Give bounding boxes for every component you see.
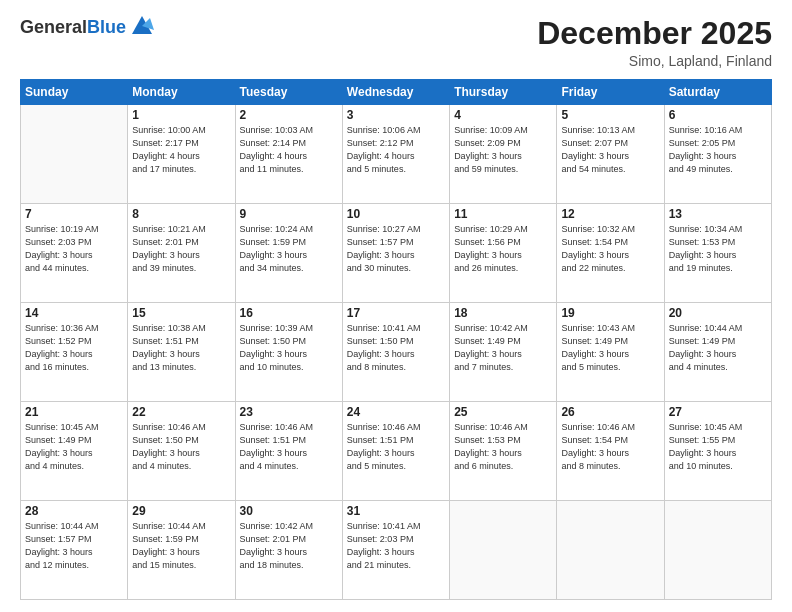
day-info: Sunrise: 10:46 AMSunset: 1:50 PMDaylight… [132, 421, 230, 473]
calendar-day-cell: 3Sunrise: 10:06 AMSunset: 2:12 PMDayligh… [342, 105, 449, 204]
calendar-day-cell: 24Sunrise: 10:46 AMSunset: 1:51 PMDaylig… [342, 402, 449, 501]
page: GeneralBlue December 2025 Simo, Lapland,… [0, 0, 792, 612]
day-info: Sunrise: 10:13 AMSunset: 2:07 PMDaylight… [561, 124, 659, 176]
day-info: Sunrise: 10:44 AMSunset: 1:57 PMDaylight… [25, 520, 123, 572]
calendar-day-cell: 15Sunrise: 10:38 AMSunset: 1:51 PMDaylig… [128, 303, 235, 402]
day-number: 26 [561, 405, 659, 419]
calendar-header-row: SundayMondayTuesdayWednesdayThursdayFrid… [21, 80, 772, 105]
calendar-day-cell: 12Sunrise: 10:32 AMSunset: 1:54 PMDaylig… [557, 204, 664, 303]
calendar-day-cell: 25Sunrise: 10:46 AMSunset: 1:53 PMDaylig… [450, 402, 557, 501]
day-number: 18 [454, 306, 552, 320]
calendar-day-cell: 9Sunrise: 10:24 AMSunset: 1:59 PMDayligh… [235, 204, 342, 303]
day-info: Sunrise: 10:09 AMSunset: 2:09 PMDaylight… [454, 124, 552, 176]
day-number: 15 [132, 306, 230, 320]
calendar-week-row: 28Sunrise: 10:44 AMSunset: 1:57 PMDaylig… [21, 501, 772, 600]
day-info: Sunrise: 10:39 AMSunset: 1:50 PMDaylight… [240, 322, 338, 374]
day-info: Sunrise: 10:42 AMSunset: 2:01 PMDaylight… [240, 520, 338, 572]
logo-icon [128, 12, 156, 40]
calendar-header-cell: Monday [128, 80, 235, 105]
calendar-week-row: 1Sunrise: 10:00 AMSunset: 2:17 PMDayligh… [21, 105, 772, 204]
day-number: 19 [561, 306, 659, 320]
calendar-day-cell: 31Sunrise: 10:41 AMSunset: 2:03 PMDaylig… [342, 501, 449, 600]
calendar-table: SundayMondayTuesdayWednesdayThursdayFrid… [20, 79, 772, 600]
day-number: 2 [240, 108, 338, 122]
calendar-day-cell: 5Sunrise: 10:13 AMSunset: 2:07 PMDayligh… [557, 105, 664, 204]
calendar-day-cell: 2Sunrise: 10:03 AMSunset: 2:14 PMDayligh… [235, 105, 342, 204]
calendar-week-row: 7Sunrise: 10:19 AMSunset: 2:03 PMDayligh… [21, 204, 772, 303]
calendar-day-cell: 28Sunrise: 10:44 AMSunset: 1:57 PMDaylig… [21, 501, 128, 600]
calendar-day-cell: 10Sunrise: 10:27 AMSunset: 1:57 PMDaylig… [342, 204, 449, 303]
day-number: 24 [347, 405, 445, 419]
location: Simo, Lapland, Finland [537, 53, 772, 69]
day-number: 29 [132, 504, 230, 518]
day-info: Sunrise: 10:41 AMSunset: 2:03 PMDaylight… [347, 520, 445, 572]
calendar-day-cell [557, 501, 664, 600]
day-info: Sunrise: 10:00 AMSunset: 2:17 PMDaylight… [132, 124, 230, 176]
day-number: 5 [561, 108, 659, 122]
calendar-header-cell: Wednesday [342, 80, 449, 105]
calendar-header-cell: Saturday [664, 80, 771, 105]
day-info: Sunrise: 10:36 AMSunset: 1:52 PMDaylight… [25, 322, 123, 374]
logo: GeneralBlue [20, 16, 156, 40]
day-number: 6 [669, 108, 767, 122]
day-info: Sunrise: 10:41 AMSunset: 1:50 PMDaylight… [347, 322, 445, 374]
calendar-day-cell: 22Sunrise: 10:46 AMSunset: 1:50 PMDaylig… [128, 402, 235, 501]
calendar-day-cell [21, 105, 128, 204]
calendar-week-row: 21Sunrise: 10:45 AMSunset: 1:49 PMDaylig… [21, 402, 772, 501]
calendar-day-cell: 21Sunrise: 10:45 AMSunset: 1:49 PMDaylig… [21, 402, 128, 501]
logo-general: GeneralBlue [20, 18, 126, 38]
day-info: Sunrise: 10:29 AMSunset: 1:56 PMDaylight… [454, 223, 552, 275]
calendar-day-cell: 8Sunrise: 10:21 AMSunset: 2:01 PMDayligh… [128, 204, 235, 303]
day-info: Sunrise: 10:21 AMSunset: 2:01 PMDaylight… [132, 223, 230, 275]
calendar-day-cell: 16Sunrise: 10:39 AMSunset: 1:50 PMDaylig… [235, 303, 342, 402]
day-number: 30 [240, 504, 338, 518]
day-number: 21 [25, 405, 123, 419]
calendar-day-cell: 13Sunrise: 10:34 AMSunset: 1:53 PMDaylig… [664, 204, 771, 303]
day-info: Sunrise: 10:32 AMSunset: 1:54 PMDaylight… [561, 223, 659, 275]
day-number: 31 [347, 504, 445, 518]
calendar-day-cell: 19Sunrise: 10:43 AMSunset: 1:49 PMDaylig… [557, 303, 664, 402]
day-number: 16 [240, 306, 338, 320]
calendar-day-cell: 27Sunrise: 10:45 AMSunset: 1:55 PMDaylig… [664, 402, 771, 501]
day-number: 10 [347, 207, 445, 221]
day-info: Sunrise: 10:43 AMSunset: 1:49 PMDaylight… [561, 322, 659, 374]
day-info: Sunrise: 10:16 AMSunset: 2:05 PMDaylight… [669, 124, 767, 176]
day-info: Sunrise: 10:03 AMSunset: 2:14 PMDaylight… [240, 124, 338, 176]
day-info: Sunrise: 10:45 AMSunset: 1:49 PMDaylight… [25, 421, 123, 473]
month-title: December 2025 [537, 16, 772, 51]
day-info: Sunrise: 10:24 AMSunset: 1:59 PMDaylight… [240, 223, 338, 275]
day-info: Sunrise: 10:27 AMSunset: 1:57 PMDaylight… [347, 223, 445, 275]
calendar-day-cell: 11Sunrise: 10:29 AMSunset: 1:56 PMDaylig… [450, 204, 557, 303]
day-info: Sunrise: 10:38 AMSunset: 1:51 PMDaylight… [132, 322, 230, 374]
day-number: 7 [25, 207, 123, 221]
calendar-header-cell: Tuesday [235, 80, 342, 105]
calendar-day-cell [664, 501, 771, 600]
calendar-day-cell [450, 501, 557, 600]
calendar-day-cell: 6Sunrise: 10:16 AMSunset: 2:05 PMDayligh… [664, 105, 771, 204]
calendar-header-cell: Sunday [21, 80, 128, 105]
calendar-day-cell: 29Sunrise: 10:44 AMSunset: 1:59 PMDaylig… [128, 501, 235, 600]
day-number: 12 [561, 207, 659, 221]
day-info: Sunrise: 10:46 AMSunset: 1:51 PMDaylight… [347, 421, 445, 473]
header: GeneralBlue December 2025 Simo, Lapland,… [20, 16, 772, 69]
day-info: Sunrise: 10:42 AMSunset: 1:49 PMDaylight… [454, 322, 552, 374]
day-number: 22 [132, 405, 230, 419]
day-number: 8 [132, 207, 230, 221]
day-info: Sunrise: 10:46 AMSunset: 1:54 PMDaylight… [561, 421, 659, 473]
day-number: 27 [669, 405, 767, 419]
calendar-day-cell: 26Sunrise: 10:46 AMSunset: 1:54 PMDaylig… [557, 402, 664, 501]
calendar-day-cell: 17Sunrise: 10:41 AMSunset: 1:50 PMDaylig… [342, 303, 449, 402]
calendar-day-cell: 14Sunrise: 10:36 AMSunset: 1:52 PMDaylig… [21, 303, 128, 402]
calendar-day-cell: 7Sunrise: 10:19 AMSunset: 2:03 PMDayligh… [21, 204, 128, 303]
day-number: 1 [132, 108, 230, 122]
day-info: Sunrise: 10:46 AMSunset: 1:53 PMDaylight… [454, 421, 552, 473]
day-info: Sunrise: 10:46 AMSunset: 1:51 PMDaylight… [240, 421, 338, 473]
day-number: 28 [25, 504, 123, 518]
day-info: Sunrise: 10:45 AMSunset: 1:55 PMDaylight… [669, 421, 767, 473]
day-number: 11 [454, 207, 552, 221]
calendar-header-cell: Thursday [450, 80, 557, 105]
calendar-body: 1Sunrise: 10:00 AMSunset: 2:17 PMDayligh… [21, 105, 772, 600]
calendar-day-cell: 20Sunrise: 10:44 AMSunset: 1:49 PMDaylig… [664, 303, 771, 402]
day-number: 9 [240, 207, 338, 221]
calendar-day-cell: 30Sunrise: 10:42 AMSunset: 2:01 PMDaylig… [235, 501, 342, 600]
